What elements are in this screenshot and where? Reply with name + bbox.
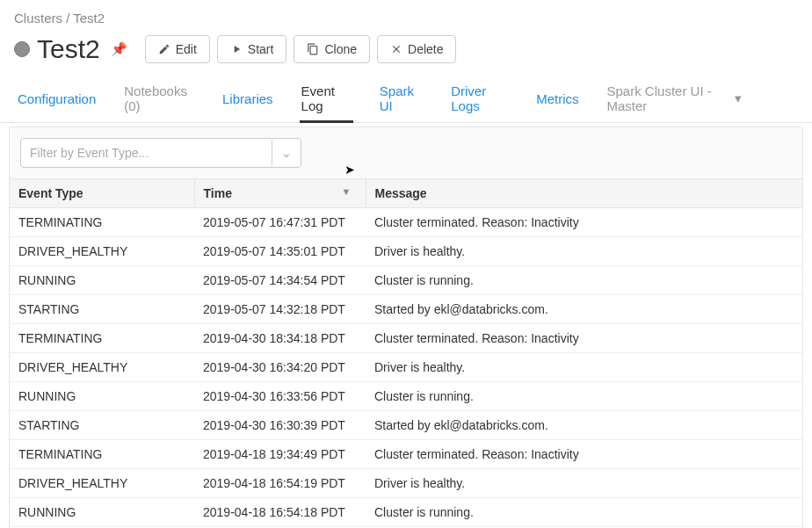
table-row[interactable]: DRIVER_HEALTHY2019-05-07 14:35:01 PDTDri… [10,237,802,266]
start-button-label: Start [248,42,274,56]
cell-type: TERMINATING [10,208,194,237]
table-row[interactable]: TERMINATING2019-04-18 19:34:49 PDTCluste… [10,440,802,469]
cell-message: Cluster is running. [366,498,802,527]
tab-libraries[interactable]: Libraries [221,84,275,115]
close-icon [390,43,402,55]
sort-desc-icon: ▼ [342,186,352,197]
table-row[interactable]: RUNNING2019-05-07 14:34:54 PDTCluster is… [10,266,802,295]
clone-icon [307,43,319,55]
cell-message: Driver is healthy. [366,353,802,382]
cell-time: 2019-04-30 16:30:39 PDT [194,411,366,440]
edit-button-label: Edit [176,42,197,56]
pin-icon[interactable]: 📌 [111,41,127,57]
cell-message: Cluster is running. [366,266,802,295]
cell-type: TERMINATING [10,324,194,353]
table-row[interactable]: STARTING2019-04-30 16:30:39 PDTStarted b… [10,411,802,440]
tab-driver-logs[interactable]: Driver Logs [449,76,510,122]
cell-time: 2019-05-07 14:34:54 PDT [194,266,366,295]
cell-type: DRIVER_HEALTHY [10,237,194,266]
filter-input[interactable] [21,139,272,167]
edit-button[interactable]: Edit [145,35,210,63]
cell-message: Cluster is running. [366,382,802,411]
spark-master-label: Spark Cluster UI - Master [607,83,731,113]
header-message[interactable]: Message [366,179,802,208]
cell-time: 2019-05-07 14:35:01 PDT [194,237,366,266]
cell-type: TERMINATING [10,440,194,469]
cell-type: STARTING [10,411,194,440]
header-event-type[interactable]: Event Type [10,179,194,208]
delete-button[interactable]: Delete [377,35,456,63]
tab-metrics[interactable]: Metrics [534,84,580,115]
cell-time: 2019-04-18 16:54:18 PDT [194,498,366,527]
tab-spark-ui[interactable]: Spark UI [378,76,424,122]
pencil-icon [158,43,170,55]
cell-message: Cluster terminated. Reason: Inactivity [366,324,802,353]
delete-button-label: Delete [408,42,443,56]
table-row[interactable]: DRIVER_HEALTHY2019-04-30 16:34:20 PDTDri… [10,353,802,382]
cell-type: RUNNING [10,266,194,295]
cell-message: Cluster terminated. Reason: Inactivity [366,208,802,237]
tab-spark-cluster-ui-master[interactable]: Spark Cluster UI - Master ▾ [605,76,743,122]
cell-message: Cluster terminated. Reason: Inactivity [366,440,802,469]
cell-time: 2019-04-30 16:33:56 PDT [194,382,366,411]
cell-time: 2019-04-18 19:34:49 PDT [194,440,366,469]
cell-type: STARTING [10,295,194,324]
filter-bar: ⌄ [10,127,802,179]
table-row[interactable]: TERMINATING2019-05-07 16:47:31 PDTCluste… [10,208,802,237]
cell-message: Started by ekl@databricks.com. [366,295,802,324]
cell-message: Started by ekl@databricks.com. [366,411,802,440]
filter-select[interactable]: ⌄ [20,138,301,168]
table-row[interactable]: RUNNING2019-04-18 16:54:18 PDTCluster is… [10,498,802,527]
table-row[interactable]: STARTING2019-05-07 14:32:18 PDTStarted b… [10,295,802,324]
cell-message: Driver is healthy. [366,237,802,266]
tabs: Configuration Notebooks (0) Libraries Ev… [0,73,812,123]
events-table: Event Type Time ▼ Message TERMINATING201… [10,179,802,528]
cell-type: DRIVER_HEALTHY [10,469,194,498]
table-row[interactable]: RUNNING2019-04-30 16:33:56 PDTCluster is… [10,382,802,411]
play-icon [230,43,243,55]
cell-type: RUNNING [10,498,194,527]
caret-down-icon: ▾ [735,90,742,106]
cell-message: Driver is healthy. [366,469,802,498]
header-time[interactable]: Time ▼ [194,179,366,208]
header: Test2 📌 Edit Start Clone Delete [0,29,812,73]
table-row[interactable]: DRIVER_HEALTHY2019-04-18 16:54:19 PDTDri… [10,469,802,498]
tab-event-log[interactable]: Event Log [300,76,353,123]
clone-button-label: Clone [324,42,357,56]
cell-time: 2019-05-07 14:32:18 PDT [194,295,366,324]
chevron-down-icon[interactable]: ⌄ [272,141,301,165]
cell-time: 2019-05-07 16:47:31 PDT [194,208,366,237]
tab-configuration[interactable]: Configuration [16,84,98,115]
cell-type: RUNNING [10,382,194,411]
table-header-row: Event Type Time ▼ Message [10,179,802,208]
breadcrumb[interactable]: Clusters / Test2 [0,0,812,29]
cell-time: 2019-04-18 16:54:19 PDT [194,469,366,498]
tab-notebooks[interactable]: Notebooks (0) [122,76,196,122]
start-button[interactable]: Start [217,35,287,63]
page-title: Test2 [37,34,100,64]
table-row[interactable]: TERMINATING2019-04-30 18:34:18 PDTCluste… [10,324,802,353]
status-dot-icon [14,41,30,57]
header-time-label: Time [204,186,232,200]
clone-button[interactable]: Clone [294,35,370,63]
cell-time: 2019-04-30 16:34:20 PDT [194,353,366,382]
cell-type: DRIVER_HEALTHY [10,353,194,382]
content-panel: ⌄ Event Type Time ▼ Message TERMINATING2… [9,127,803,528]
cell-time: 2019-04-30 18:34:18 PDT [194,324,366,353]
